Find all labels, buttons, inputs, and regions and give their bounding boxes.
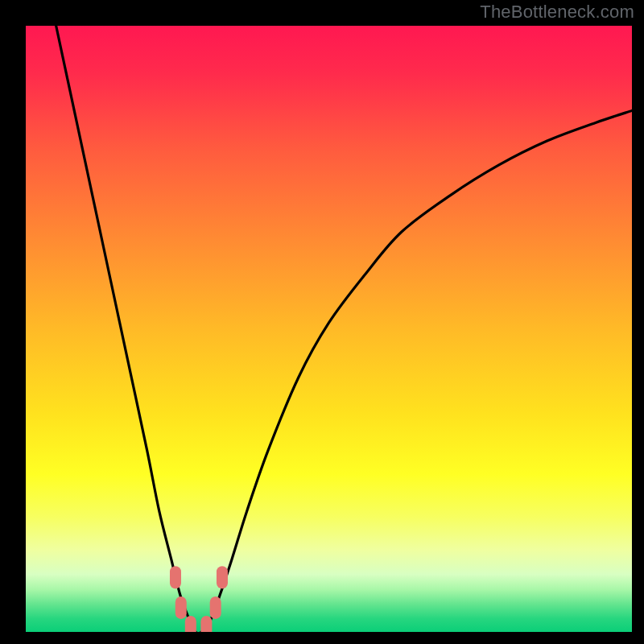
marker-pill: [217, 566, 228, 588]
marker-pill: [200, 616, 212, 632]
marker-pill: [170, 566, 181, 588]
gradient-background: [26, 26, 632, 632]
attribution-text: TheBottleneck.com: [480, 2, 634, 23]
chart-svg: [26, 26, 632, 632]
marker-pill: [210, 597, 221, 619]
plot-area: [26, 26, 632, 632]
marker-pill: [185, 616, 196, 632]
chart-frame: TheBottleneck.com: [0, 0, 644, 644]
marker-pill: [175, 597, 187, 619]
